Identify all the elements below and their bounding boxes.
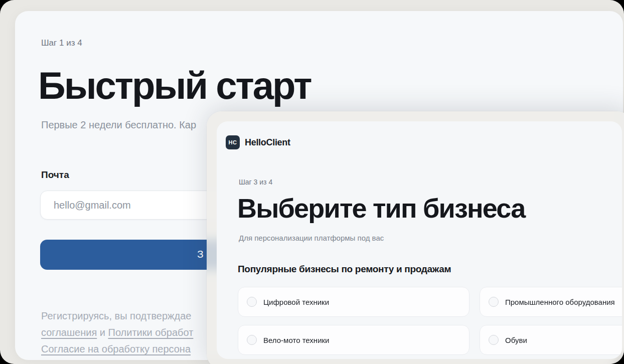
- brand-logo: HC HelloClient: [226, 135, 290, 149]
- step-indicator: Шаг 1 из 4: [41, 38, 82, 48]
- section-title: Популярные бизнесы по ремонту и продажам: [238, 264, 451, 275]
- business-type-card-step3: HC HelloClient Шаг 3 из 4 Выберите тип б…: [217, 121, 622, 359]
- radio-unchecked-icon[interactable]: [247, 297, 257, 307]
- option-label: Цифровой техники: [263, 298, 329, 306]
- option-shoes[interactable]: Обуви: [480, 325, 622, 355]
- submit-button-label: З: [197, 248, 204, 260]
- personal-data-consent-link[interactable]: Согласие на обработку персона: [41, 343, 191, 354]
- option-industrial-equipment[interactable]: Промышленного оборудования: [480, 287, 622, 317]
- helloclient-logo-icon: HC: [226, 135, 240, 149]
- option-bike-moto-equipment[interactable]: Вело-мото техники: [238, 325, 470, 355]
- option-label: Обуви: [505, 336, 527, 344]
- privacy-policy-link[interactable]: Политики обработ: [108, 327, 194, 338]
- page-title: Выберите тип бизнеса: [237, 193, 525, 224]
- business-type-window: HC HelloClient Шаг 3 из 4 Выберите тип б…: [207, 111, 624, 364]
- business-type-options: Цифровой техники Промышленного оборудова…: [238, 287, 622, 355]
- radio-unchecked-icon[interactable]: [489, 335, 499, 345]
- terms-link[interactable]: соглашения: [41, 327, 97, 338]
- page-subtitle: Первые 2 недели бесплатно. Кар: [41, 119, 196, 131]
- option-label: Вело-мото техники: [263, 336, 329, 344]
- page-title: Быстрый старт: [38, 65, 311, 106]
- legal-separator: и: [97, 327, 108, 338]
- radio-unchecked-icon[interactable]: [247, 335, 257, 345]
- email-label: Почта: [41, 169, 69, 180]
- step-indicator: Шаг 3 из 4: [239, 178, 272, 186]
- page-subtitle: Для персонализации платформы под вас: [239, 234, 384, 242]
- radio-unchecked-icon[interactable]: [489, 297, 499, 307]
- brand-name: HelloClient: [245, 137, 290, 148]
- option-digital-equipment[interactable]: Цифровой техники: [238, 287, 470, 317]
- app-viewport: Шаг 1 из 4 Быстрый старт Первые 2 недели…: [0, 0, 624, 364]
- option-label: Промышленного оборудования: [505, 298, 615, 306]
- legal-line1: Регистрируясь, вы подтверждае: [41, 310, 191, 321]
